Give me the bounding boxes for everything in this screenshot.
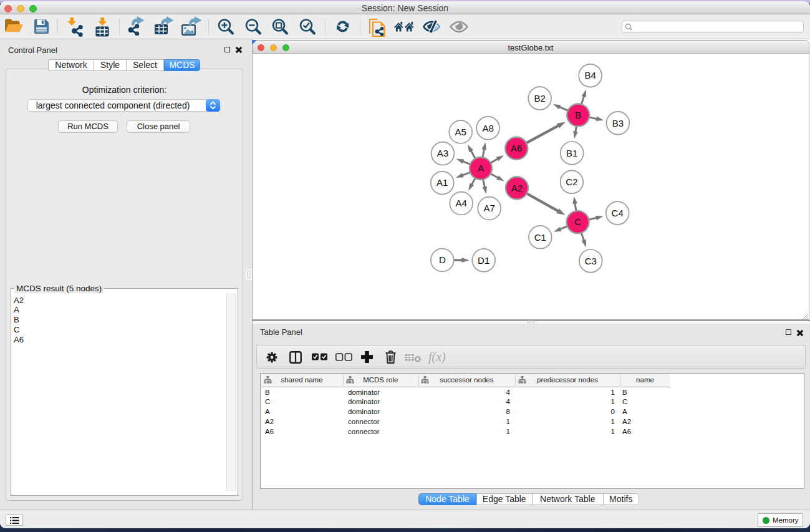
svg-text:C1: C1	[534, 232, 546, 243]
svg-text:A6: A6	[511, 143, 522, 153]
svg-text:B: B	[575, 110, 581, 120]
svg-text:A: A	[478, 163, 484, 173]
svg-text:B2: B2	[534, 93, 545, 104]
svg-text:A5: A5	[455, 127, 466, 137]
svg-text:A1: A1	[436, 177, 448, 188]
svg-text:A7: A7	[484, 203, 495, 213]
svg-text:D1: D1	[478, 255, 489, 266]
svg-text:C: C	[574, 216, 581, 227]
svg-text:C2: C2	[566, 177, 577, 187]
svg-text:C3: C3	[585, 256, 597, 266]
svg-text:B3: B3	[612, 118, 624, 128]
svg-text:A8: A8	[482, 123, 493, 133]
svg-text:A3: A3	[437, 148, 448, 158]
svg-text:D: D	[439, 254, 446, 265]
svg-text:A2: A2	[511, 183, 523, 193]
svg-text:A4: A4	[456, 198, 467, 208]
svg-text:B1: B1	[566, 148, 577, 158]
svg-text:B4: B4	[584, 70, 595, 80]
svg-text:C4: C4	[612, 208, 624, 218]
